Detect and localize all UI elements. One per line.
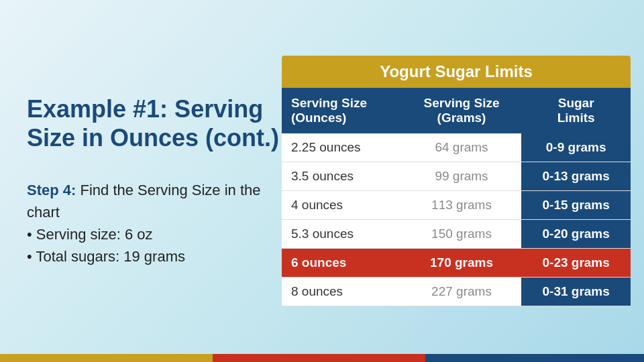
col-header-ounces: Serving Size(Ounces) bbox=[282, 88, 402, 133]
main-title: Example #1: Serving Size in Ounces (cont… bbox=[27, 95, 282, 152]
cell-ounces: 8 ounces bbox=[282, 278, 402, 306]
table-row: 6 ounces170 grams0-23 grams bbox=[282, 249, 631, 278]
step-label: Step 4: bbox=[27, 182, 76, 198]
cell-limits: 0-23 grams bbox=[521, 249, 631, 278]
cell-limits: 0-15 grams bbox=[521, 191, 631, 220]
table-row: 2.25 ounces64 grams0-9 grams bbox=[282, 133, 631, 162]
table-row: 8 ounces227 grams0-31 grams bbox=[282, 278, 631, 306]
cell-ounces: 3.5 ounces bbox=[282, 162, 402, 191]
table-row: 5.3 ounces150 grams0-20 grams bbox=[282, 220, 631, 249]
cell-ounces: 4 ounces bbox=[282, 191, 402, 220]
left-panel: Example #1: Serving Size in Ounces (cont… bbox=[27, 95, 282, 267]
col-header-limits: SugarLimits bbox=[521, 88, 631, 133]
sugar-limits-table: Serving Size(Ounces) Serving Size(Grams)… bbox=[282, 88, 631, 306]
table-title: Yogurt Sugar Limits bbox=[282, 56, 631, 88]
cell-grams: 227 grams bbox=[402, 278, 522, 306]
cell-limits: 0-9 grams bbox=[521, 133, 631, 162]
cell-grams: 113 grams bbox=[402, 191, 522, 220]
table-row: 4 ounces113 grams0-15 grams bbox=[282, 191, 631, 220]
col-header-grams: Serving Size(Grams) bbox=[402, 88, 522, 133]
table-header-row: Serving Size(Ounces) Serving Size(Grams)… bbox=[282, 88, 631, 133]
step-description: Step 4: Find the Serving Size in the cha… bbox=[27, 179, 282, 267]
cell-ounces: 5.3 ounces bbox=[282, 220, 402, 249]
table-body: 2.25 ounces64 grams0-9 grams3.5 ounces99… bbox=[282, 133, 631, 306]
cell-limits: 0-20 grams bbox=[521, 220, 631, 249]
cell-grams: 170 grams bbox=[402, 249, 522, 278]
cell-grams: 99 grams bbox=[402, 162, 522, 191]
cell-grams: 64 grams bbox=[402, 133, 522, 162]
cell-limits: 0-13 grams bbox=[521, 162, 631, 191]
cell-limits: 0-31 grams bbox=[521, 278, 631, 306]
cell-grams: 150 grams bbox=[402, 220, 522, 249]
table-row: 3.5 ounces99 grams0-13 grams bbox=[282, 162, 631, 191]
cell-ounces: 6 ounces bbox=[282, 249, 402, 278]
right-panel: Yogurt Sugar Limits Serving Size(Ounces)… bbox=[282, 56, 631, 306]
cell-ounces: 2.25 ounces bbox=[282, 133, 402, 162]
